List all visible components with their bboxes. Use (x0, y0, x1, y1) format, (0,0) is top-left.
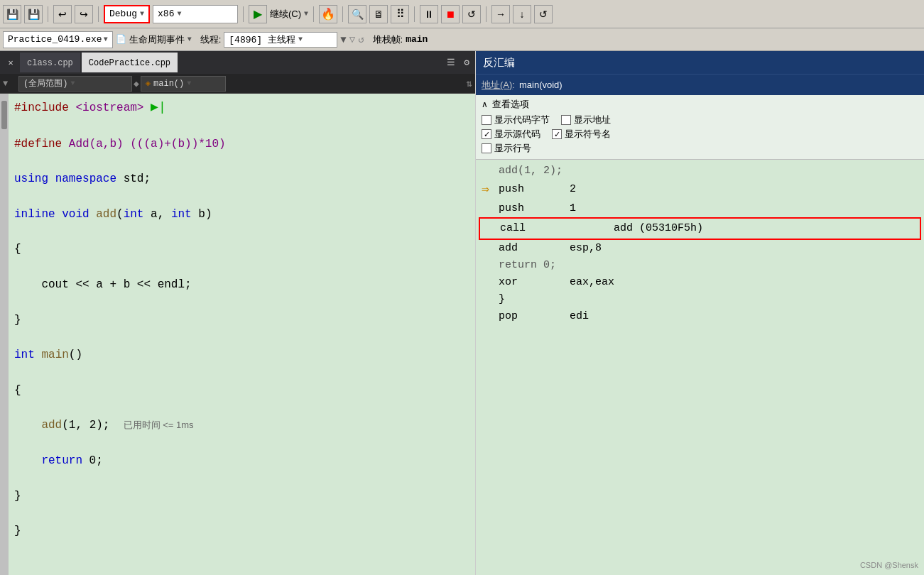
watermark: CSDN @Shensk (860, 561, 918, 569)
code-line-4: inline void add(int a, int b) (14, 206, 469, 224)
separator-6 (414, 6, 415, 22)
xor-mnemonic: xor (499, 274, 570, 291)
call-spacer (571, 220, 614, 237)
restart-button[interactable]: ↺ (462, 5, 481, 23)
disasm-code: add(1, 2); ⇒ push 2 push 1 call add (053… (476, 160, 924, 575)
options-section: ∧ 查看选项 显示代码字节 显示地址 显示源代码 (476, 95, 924, 160)
code-line-3: using namespace std; (14, 170, 469, 188)
checkbox-show-bytes[interactable]: 显示代码字节 (482, 114, 550, 126)
code-line-2: #define Add(a,b) (((a)+(b))*10) (14, 136, 469, 153)
cb-show-address[interactable] (561, 115, 571, 125)
continue-arrow: ▼ (304, 10, 308, 18)
lifecycle-arrow: ▼ (187, 35, 192, 43)
tab-class-cpp-label: class.cpp (27, 58, 73, 68)
disasm-push-2: ⇒ push 2 (476, 180, 924, 200)
fire-button[interactable]: 🔥 (319, 5, 337, 23)
disasm-pane: 反汇编 地址(A): main(void) ∧ 查看选项 显示代码字节 显示地址 (476, 51, 924, 575)
tab-codepractice-cpp-label: CodePractice.cpp (89, 58, 170, 68)
cb-show-source[interactable] (482, 129, 491, 139)
code-line-9: { (14, 382, 469, 400)
undo-button[interactable]: ↩ (53, 5, 72, 23)
step-into-button[interactable]: ↓ (513, 5, 531, 23)
push2-mnemonic: push (499, 181, 570, 198)
cb-show-lineno[interactable] (482, 143, 491, 153)
cb-show-bytes[interactable] (482, 115, 491, 125)
separator-1 (48, 6, 48, 22)
disasm-source-add: add(1, 2); (476, 163, 924, 180)
scope-dropdown[interactable]: (全局范围) ▼ (18, 76, 132, 92)
tab-filter-btn[interactable]: ☰ (444, 55, 458, 70)
stack-value: main (406, 34, 428, 45)
process-label: Practice_0419.exe (8, 34, 102, 45)
function-dropdown[interactable]: ◈ main() ▼ (141, 76, 226, 92)
doc-icon: 📄 (116, 34, 126, 45)
scrollbar-thumb[interactable] (1, 101, 7, 129)
separator-7 (486, 6, 487, 22)
filter-down-icon: ▽ (349, 33, 355, 45)
address-label: 地址(A): (482, 79, 515, 92)
code-line-11: return 0; (14, 452, 469, 470)
continue-label: 继续(C) (270, 8, 301, 21)
push1-mnemonic: push (499, 200, 570, 217)
code-line-1: #include <iostream> ▶| (14, 98, 469, 118)
checkbox-show-address[interactable]: 显示地址 (561, 114, 611, 126)
pop-mnemonic: pop (499, 308, 570, 325)
separator-4 (313, 6, 314, 22)
disasm-title: 反汇编 (483, 56, 515, 70)
debug-config-dropdown[interactable]: Debug ▼ (104, 5, 150, 23)
scope-bar: ▼ (全局范围) ▼ ◆ ◈ main() ▼ ⇅ (0, 74, 475, 94)
push1-operand: 1 (570, 200, 576, 217)
disasm-brace: } (476, 291, 924, 308)
thread-dropdown[interactable]: [4896] 主线程 ▼ (224, 32, 337, 48)
tab-codepractice-cpp[interactable]: CodePractice.cpp (82, 53, 178, 72)
save-button[interactable]: 💾 (3, 5, 21, 23)
code-line-5: { (14, 241, 469, 258)
step-over-button[interactable]: → (491, 5, 510, 23)
checkbox-show-source[interactable]: 显示源代码 (482, 128, 540, 141)
search-button[interactable]: 🔍 (348, 5, 366, 23)
add-operand: esp,8 (570, 240, 602, 257)
checkbox-show-lineno[interactable]: 显示行号 (482, 142, 531, 155)
cb-show-address-label: 显示地址 (574, 114, 611, 126)
process-dropdown-arrow: ▼ (104, 35, 108, 43)
split-btn[interactable]: ⇅ (467, 77, 472, 89)
disasm-source-return: return 0; (476, 257, 924, 274)
tab-settings-btn[interactable]: ⚙ (461, 55, 472, 70)
debug-bar: Practice_0419.exe ▼ 📄 生命周期事件 ▼ 线程: [4896… (0, 28, 924, 51)
tab-close-all[interactable]: ✕ (3, 55, 18, 70)
options-row-2: 显示源代码 显示符号名 (482, 128, 918, 141)
pause-button[interactable]: ⏸ (420, 5, 438, 23)
step-out-button[interactable]: ↺ (534, 5, 553, 23)
thread-value: [4896] 主线程 (229, 33, 295, 46)
disasm-call: call add (05310F5h) (476, 217, 924, 240)
code-line-13: } (14, 522, 469, 540)
monitor-button[interactable]: 🖥 (369, 5, 388, 23)
separator-5 (342, 6, 343, 22)
stop-button[interactable]: ⏹ (441, 5, 460, 23)
vertical-scrollbar[interactable] (0, 94, 9, 575)
filter-refresh-icon: ↺ (358, 33, 364, 45)
scope-collapse[interactable]: ▼ (3, 79, 17, 89)
platform-config-dropdown[interactable]: x86 ▼ (153, 5, 238, 23)
cb-show-source-label: 显示源代码 (494, 128, 540, 141)
process-dropdown[interactable]: Practice_0419.exe ▼ (3, 31, 113, 48)
continue-button[interactable]: ▶ (249, 5, 267, 23)
options-title: 查看选项 (492, 98, 529, 111)
options-header: ∧ 查看选项 (482, 98, 918, 111)
code-pane: ✕ class.cpp CodePractice.cpp ☰ ⚙ ▼ (全局范围… (0, 51, 476, 575)
save-all-button[interactable]: 💾 (24, 5, 43, 23)
pop-operand: edi (570, 308, 589, 325)
xor-operand: eax,eax (570, 274, 614, 291)
separator-3 (243, 6, 244, 22)
filter-icon: ▼ (340, 34, 346, 45)
checkbox-show-symbols[interactable]: 显示符号名 (552, 128, 611, 141)
thread-dropdown-arrow: ▼ (298, 35, 303, 43)
disasm-source-add-text: add(1, 2); (499, 163, 562, 180)
cb-show-symbols[interactable] (552, 129, 562, 139)
code-line-8: int main() (14, 346, 469, 364)
tab-class-cpp[interactable]: class.cpp (20, 53, 80, 72)
stack-label: 堆栈帧: (373, 33, 403, 46)
dots-button[interactable]: ⠿ (391, 5, 409, 23)
redo-button[interactable]: ↪ (75, 5, 93, 23)
options-collapse-btn[interactable]: ∧ (482, 99, 488, 109)
